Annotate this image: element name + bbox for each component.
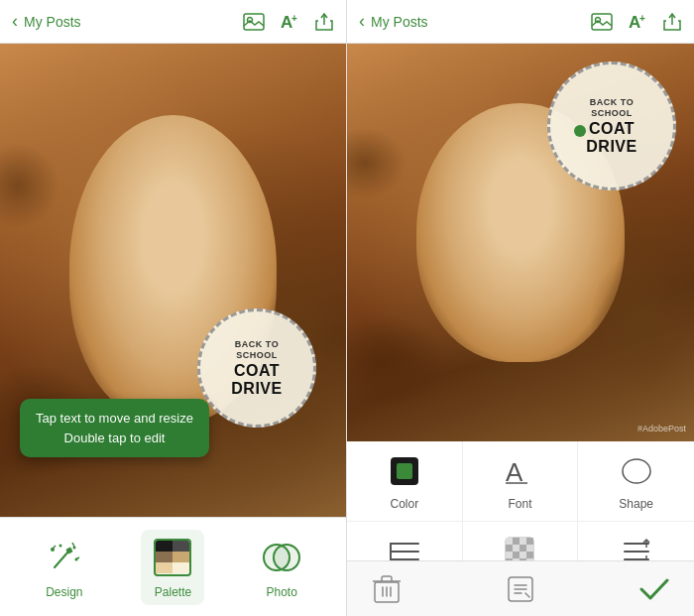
left-image-icon[interactable] [243, 13, 265, 31]
design-label: Design [46, 585, 82, 599]
left-top-bar: ‹ My Posts A + [0, 0, 346, 44]
color-label: Color [390, 497, 418, 511]
svg-point-23 [623, 459, 650, 483]
left-back-nav[interactable]: ‹ My Posts [12, 11, 81, 32]
left-toolbar-icons: A + [243, 12, 334, 32]
svg-rect-39 [520, 552, 526, 558]
color-tool[interactable]: Color [347, 441, 463, 522]
shape-tool[interactable]: Shape [578, 441, 694, 522]
svg-rect-36 [526, 545, 533, 552]
font-tool[interactable]: A Font [463, 441, 579, 522]
svg-rect-14 [592, 14, 612, 30]
right-image-icon[interactable] [591, 13, 613, 31]
left-badge-line2: COATDRIVE [231, 362, 282, 397]
svg-rect-37 [506, 552, 513, 558]
svg-rect-20 [397, 463, 412, 479]
font-icon: A [500, 451, 539, 491]
right-text-badge[interactable]: BACK TOSCHOOL COATDRIVE [547, 62, 676, 190]
svg-rect-34 [513, 545, 520, 552]
confirm-button[interactable] [635, 569, 674, 609]
svg-rect-31 [520, 538, 526, 545]
svg-rect-38 [513, 552, 520, 558]
svg-line-5 [55, 552, 68, 567]
tooltip-line1: Tap text to move and resize [36, 409, 193, 429]
svg-line-12 [72, 543, 74, 547]
svg-rect-30 [513, 538, 520, 545]
design-icon [43, 536, 86, 579]
action-bar [347, 560, 694, 616]
right-top-bar: ‹ My Posts A + [347, 0, 694, 44]
svg-text:+: + [291, 13, 297, 24]
svg-rect-33 [506, 545, 513, 552]
left-text-icon[interactable]: A + [279, 12, 300, 32]
tooltip: Tap text to move and resize Double tap t… [20, 399, 209, 457]
right-badge-line2: COATDRIVE [586, 120, 636, 155]
color-icon [385, 451, 424, 491]
design-tool[interactable]: Design [33, 530, 96, 605]
photo-icon [260, 536, 303, 579]
left-share-icon[interactable] [314, 12, 334, 32]
left-text-badge[interactable]: BACK TOSCHOOL COATDRIVE [197, 308, 316, 428]
left-panel: ‹ My Posts A + [0, 0, 347, 616]
palette-tool[interactable]: Palette [141, 530, 204, 605]
photo-label: Photo [266, 585, 296, 599]
left-badge-line1: BACK TOSCHOOL [235, 339, 279, 362]
svg-rect-35 [520, 545, 526, 552]
left-chevron-icon: ‹ [12, 11, 18, 32]
right-canvas[interactable]: BACK TOSCHOOL COATDRIVE #AdobePost [347, 44, 694, 441]
svg-rect-32 [526, 538, 533, 545]
svg-rect-40 [526, 552, 533, 558]
palette-icon [151, 536, 194, 579]
left-bottom-toolbar: Design [0, 517, 346, 616]
svg-rect-29 [506, 538, 513, 545]
left-back-label: My Posts [24, 14, 81, 30]
palette-label: Palette [155, 585, 191, 599]
shape-label: Shape [619, 497, 653, 511]
right-back-nav[interactable]: ‹ My Posts [359, 11, 428, 32]
right-text-icon[interactable]: A + [627, 12, 648, 32]
green-dot [574, 125, 586, 137]
svg-line-13 [75, 557, 79, 559]
svg-text:+: + [639, 13, 645, 24]
svg-point-9 [58, 544, 61, 547]
right-panel: ‹ My Posts A + [347, 0, 694, 616]
right-back-label: My Posts [371, 14, 428, 30]
shape-icon [617, 451, 656, 491]
watermark: #AdobePost [637, 424, 686, 433]
delete-button[interactable] [367, 569, 406, 609]
edit-button[interactable] [501, 569, 540, 609]
tooltip-line2: Double tap to edit [36, 429, 193, 448]
right-badge-line1: BACK TOSCHOOL [590, 97, 634, 120]
tools-grid: Color A Font Shape [347, 441, 694, 560]
font-label: Font [508, 497, 531, 511]
right-toolbar-icons: A + [591, 12, 682, 32]
left-canvas[interactable]: BACK TOSCHOOL COATDRIVE Tap text to move… [0, 44, 346, 517]
right-chevron-icon: ‹ [359, 11, 365, 32]
photo-tool[interactable]: Photo [250, 530, 313, 605]
right-share-icon[interactable] [662, 12, 682, 32]
svg-rect-0 [244, 14, 264, 30]
